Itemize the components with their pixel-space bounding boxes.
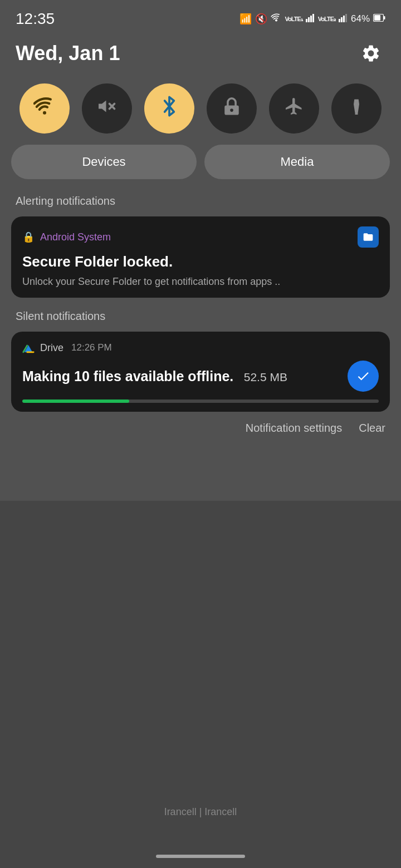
svg-point-11 <box>43 111 46 115</box>
notif-title: Secure Folder locked. <box>22 253 379 270</box>
notification-settings-button[interactable]: Notification settings <box>246 422 342 435</box>
svg-rect-2 <box>310 16 312 22</box>
carrier-footer: Irancell | Irancell <box>0 806 401 818</box>
svg-rect-3 <box>312 14 314 22</box>
silent-header: Silent notifications <box>0 305 401 328</box>
airplane-tile[interactable] <box>269 83 319 134</box>
svg-rect-4 <box>339 19 340 22</box>
battery-percent: 64% <box>351 13 370 24</box>
quick-tiles <box>0 78 401 145</box>
svg-rect-5 <box>341 17 343 22</box>
drive-notification[interactable]: Drive 12:26 PM Making 10 files available… <box>11 332 390 412</box>
drive-app-name: Drive <box>40 342 63 354</box>
progress-bar-background <box>22 400 379 403</box>
signal1-icon <box>306 13 315 25</box>
torch-tile-icon <box>348 96 365 121</box>
svg-rect-10 <box>384 16 385 19</box>
secure-folder-tile-icon <box>222 97 241 120</box>
alerting-header: Alerting notifications <box>0 190 401 213</box>
status-icons: 📶 🔇 VoLTE₁ VoLTE₂ 64% <box>239 13 385 25</box>
wifi-status-icon <box>271 13 282 25</box>
status-time: 12:35 <box>16 10 55 28</box>
lte1-icon: VoLTE₁ <box>285 16 302 23</box>
notif-body: Unlock your Secure Folder to get notific… <box>22 275 379 289</box>
drive-size: 52.5 MB <box>244 371 287 383</box>
drive-time: 12:26 PM <box>71 342 112 353</box>
bluetooth-icon: 📶 <box>239 13 252 25</box>
mute-tile-icon <box>97 96 117 121</box>
app-name: Android System <box>40 231 111 243</box>
mute-tile[interactable] <box>82 83 132 134</box>
gear-icon <box>361 43 381 63</box>
svg-rect-6 <box>343 16 345 22</box>
battery-icon <box>373 14 385 24</box>
svg-rect-1 <box>308 17 310 22</box>
lock-small-icon: 🔒 <box>22 231 35 243</box>
devices-tab[interactable]: Devices <box>11 145 197 179</box>
svg-point-16 <box>230 108 233 112</box>
date-label: Wed, Jan 1 <box>16 42 120 65</box>
android-system-notification[interactable]: 🔒 Android System Secure Folder locked. U… <box>11 216 390 298</box>
secure-folder-tile[interactable] <box>207 83 257 134</box>
bottom-actions: Notification settings Clear <box>0 420 401 443</box>
settings-button[interactable] <box>356 39 385 68</box>
bluetooth-tile[interactable] <box>144 83 194 134</box>
lte2-icon: VoLTE₂ <box>318 16 335 23</box>
signal2-icon <box>339 13 348 25</box>
secure-folder-badge <box>358 226 379 248</box>
airplane-tile-icon <box>284 96 304 121</box>
date-row: Wed, Jan 1 <box>0 33 401 78</box>
media-tab[interactable]: Media <box>204 145 390 179</box>
svg-rect-9 <box>374 15 380 21</box>
home-indicator[interactable] <box>156 855 245 858</box>
mute-icon: 🔇 <box>255 13 267 25</box>
carrier-text: Irancell | Irancell <box>164 806 237 817</box>
tab-row: Devices Media <box>0 145 401 190</box>
notif-header: 🔒 Android System <box>22 226 379 248</box>
svg-rect-0 <box>306 19 307 22</box>
wifi-tile-icon <box>33 96 56 121</box>
drive-action-button[interactable] <box>348 361 379 392</box>
drive-main-row: Making 10 files available offline. 52.5 … <box>22 361 379 392</box>
svg-rect-7 <box>345 14 347 22</box>
status-bar: 12:35 📶 🔇 VoLTE₁ VoLTE₂ 64% <box>0 0 401 33</box>
app-row: 🔒 Android System <box>22 231 111 243</box>
drive-header: Drive 12:26 PM <box>22 342 379 354</box>
wifi-tile[interactable] <box>19 83 70 134</box>
progress-bar-fill <box>22 400 129 403</box>
drive-icon <box>22 342 35 354</box>
bluetooth-tile-icon <box>160 95 178 122</box>
torch-tile[interactable] <box>331 83 382 134</box>
clear-button[interactable]: Clear <box>359 422 385 435</box>
svg-marker-12 <box>99 101 106 112</box>
drive-title: Making 10 files available offline. <box>22 368 233 384</box>
